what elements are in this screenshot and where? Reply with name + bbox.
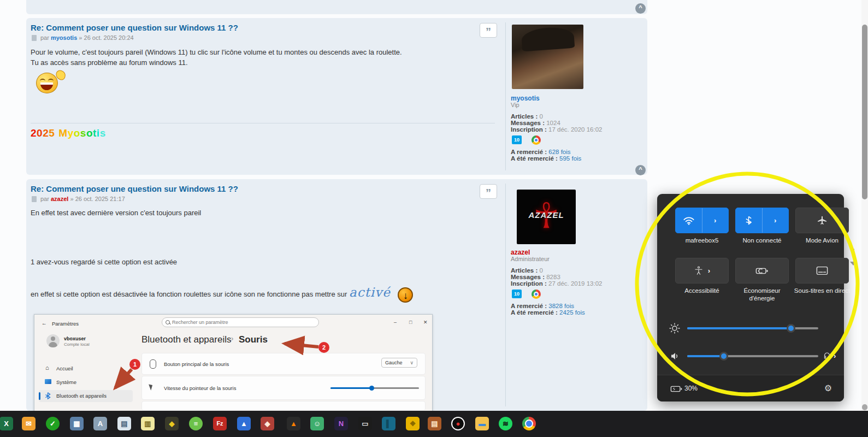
accessibility-tile[interactable]: › xyxy=(675,258,729,284)
gear-icon[interactable]: ⚙ xyxy=(824,383,832,393)
nav-bluetooth-appareils: Bluetooth et appareils xyxy=(56,393,107,399)
home-icon: ⌂ xyxy=(45,364,49,371)
red-app-icon[interactable]: ◆ xyxy=(261,417,274,430)
wifi-expand-chevron[interactable]: › xyxy=(702,208,729,233)
accessibility-icon xyxy=(694,265,704,276)
user-account-type: Compte local xyxy=(64,342,90,347)
scrollbar-bottom-cap[interactable] xyxy=(862,404,867,410)
byline-separator: » xyxy=(70,196,73,202)
byline-separator: » xyxy=(79,34,82,41)
tile-label: Sous-titres en direct xyxy=(792,287,852,294)
avatar-azazel[interactable]: ☥ AZAZEL xyxy=(517,190,576,244)
tv-app-icon[interactable]: ▭ xyxy=(358,417,372,430)
notepad-icon[interactable]: ▤ xyxy=(117,417,131,430)
cubes-icon[interactable]: ❖ xyxy=(406,417,420,430)
spotify-icon[interactable]: ≋ xyxy=(499,417,512,430)
airplane-icon xyxy=(816,215,828,226)
activated-highlight: activé xyxy=(349,285,391,299)
sig-letter: M xyxy=(58,127,67,139)
thanks-link[interactable]: 628 fois xyxy=(548,149,570,155)
scroll-indicator-dots xyxy=(852,249,854,251)
profile-stat: Articles : 0 xyxy=(511,267,543,274)
previous-post-partial xyxy=(26,0,647,14)
monitor-icon xyxy=(45,379,51,384)
calculator-icon[interactable]: ▦ xyxy=(70,417,84,430)
down-arrow-emote-icon: ↓ xyxy=(398,287,413,303)
close-icon: ✕ xyxy=(423,320,428,325)
profile-rank: Administrateur xyxy=(511,256,550,262)
smiley-app-icon[interactable]: ☺ xyxy=(310,417,324,430)
thanks-link[interactable]: 2425 fois xyxy=(559,309,585,316)
brightness-icon xyxy=(669,323,680,334)
mail-icon[interactable]: ✉ xyxy=(22,417,36,430)
breadcrumb-separator: › xyxy=(231,334,233,342)
avatar-text: AZAZEL xyxy=(517,210,576,220)
scroll-indicator-dots xyxy=(852,255,854,257)
book-icon[interactable]: ▥ xyxy=(141,417,155,430)
wifi-icon xyxy=(683,216,695,225)
explorer-icon[interactable]: ▬ xyxy=(475,417,489,430)
settings-search-input: Rechercher un paramètre xyxy=(162,317,319,327)
deezer-icon[interactable]: ≡ xyxy=(189,417,203,430)
sig-letter: s xyxy=(80,127,86,139)
nox-icon[interactable]: N xyxy=(334,417,348,430)
live-captions-tile[interactable] xyxy=(795,258,849,284)
volume-slider-thumb[interactable] xyxy=(719,352,728,361)
author-link[interactable]: azazel xyxy=(51,196,68,202)
scrollbar-track[interactable] xyxy=(861,0,868,411)
bluetooth-expand-chevron[interactable]: › xyxy=(763,208,789,233)
author-link[interactable]: myosotis xyxy=(51,34,77,41)
quote-button[interactable]: ” xyxy=(480,23,497,38)
profile-thanks: A été remercié : 595 fois xyxy=(511,155,581,162)
dictionary-icon[interactable]: A xyxy=(93,417,107,430)
sig-letter: o xyxy=(74,127,80,139)
sig-letter: 2 xyxy=(31,127,37,139)
profile-name-link[interactable]: myosotis xyxy=(511,95,540,102)
brightness-slider-thumb[interactable] xyxy=(787,324,795,333)
settings-row-partial xyxy=(141,401,426,411)
breadcrumb-parent: Bluetooth et appareils xyxy=(141,334,231,345)
bluetooth-toggle[interactable] xyxy=(736,208,762,233)
battery-saver-tile[interactable] xyxy=(735,258,789,284)
pointer-speed-slider xyxy=(330,387,419,389)
settings-screenshot-image[interactable]: ← Paramètres Rechercher un paramètre – □… xyxy=(34,314,433,412)
audio-output-icon[interactable] xyxy=(823,352,831,361)
profile-stat: Inscription : 17 déc. 2020 16:02 xyxy=(511,126,603,133)
post-icon xyxy=(32,196,37,202)
svg-text:2: 2 xyxy=(322,344,326,351)
volume-slider[interactable] xyxy=(687,355,818,357)
profile-name-link[interactable]: azazel xyxy=(511,249,530,256)
airplane-mode-tile[interactable] xyxy=(795,208,849,233)
bluetooth-tile[interactable]: › xyxy=(735,208,789,233)
profile-divider xyxy=(505,22,506,170)
recorder-icon[interactable]: ● xyxy=(451,417,465,430)
brightness-slider[interactable] xyxy=(687,327,818,329)
quote-button[interactable]: ” xyxy=(480,184,497,199)
avatar-myosotis[interactable] xyxy=(512,25,583,89)
back-to-top-button[interactable]: ^ xyxy=(635,3,646,14)
thanks-link[interactable]: 595 fois xyxy=(559,155,581,162)
photos-icon[interactable]: ▲ xyxy=(237,417,251,430)
wifi-tile[interactable]: › xyxy=(675,208,729,233)
film-icon[interactable]: ▤ xyxy=(428,417,441,430)
wifi-toggle[interactable] xyxy=(676,208,702,233)
volume-expand-chevron[interactable]: › xyxy=(834,352,836,360)
scrollbar-thumb[interactable] xyxy=(862,25,867,199)
tile-label: Non connecté xyxy=(732,237,792,244)
excel-icon[interactable]: X xyxy=(0,417,13,430)
dark-photo-icon[interactable]: ◆ xyxy=(165,417,179,430)
accessibility-expand-chevron[interactable]: › xyxy=(708,267,710,275)
post-title-link[interactable]: Re: Comment poser une question sur Windo… xyxy=(31,23,238,32)
battery-icon xyxy=(670,385,682,393)
battery-percent-label[interactable]: 30% xyxy=(684,385,698,392)
post-title-link[interactable]: Re: Comment poser une question sur Windo… xyxy=(31,184,238,193)
thanks-link[interactable]: 3828 fois xyxy=(548,303,574,309)
chrome-center xyxy=(525,420,533,428)
chrome-icon[interactable] xyxy=(522,417,536,430)
back-to-top-button[interactable]: ^ xyxy=(635,165,646,175)
post-date: 26 oct. 2025 20:24 xyxy=(84,34,134,41)
check-icon[interactable]: ✓ xyxy=(46,417,60,430)
panels-icon[interactable]: ▌ xyxy=(382,417,395,430)
vlc-icon[interactable]: ▲ xyxy=(287,417,300,430)
filezilla-icon[interactable]: Fz xyxy=(213,417,227,430)
